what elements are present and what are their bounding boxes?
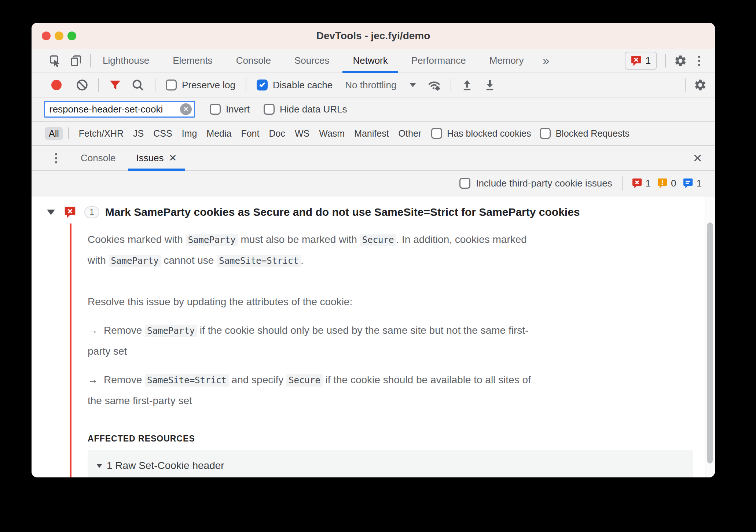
filter-row: ✕ Invert Hide data URLs	[32, 97, 715, 122]
settings-gear-icon[interactable]	[674, 54, 687, 67]
include-third-party-checkbox[interactable]	[459, 178, 470, 189]
checkmark-icon	[259, 81, 265, 87]
devtools-window: DevTools - jec.fyi/demo Lighthouse Eleme…	[32, 23, 715, 477]
issue-header-row[interactable]: 1 Mark SameParty cookies as Secure and d…	[32, 196, 715, 218]
search-icon[interactable]	[131, 78, 144, 92]
type-filter-all[interactable]: All	[45, 127, 63, 140]
import-har-icon[interactable]	[461, 79, 473, 91]
network-filter-input[interactable]	[44, 101, 195, 118]
affected-resources-heading: AFFECTED RESOURCES	[88, 434, 693, 444]
type-filter-js[interactable]: JS	[128, 128, 148, 139]
disable-cache-label[interactable]: Disable cache	[273, 80, 333, 91]
record-button[interactable]	[51, 80, 62, 90]
type-filter-fetch-xhr[interactable]: Fetch/XHR	[74, 128, 128, 139]
traffic-lights	[42, 23, 76, 49]
toolbar-separator	[68, 128, 69, 139]
tab-network[interactable]: Network	[341, 49, 399, 73]
toolbar-separator	[665, 54, 666, 67]
type-filter-img[interactable]: Img	[177, 128, 202, 139]
blocked-requests-checkbox[interactable]	[540, 128, 551, 139]
drawer-menu-icon[interactable]	[55, 157, 57, 159]
type-filter-css[interactable]: CSS	[148, 128, 177, 139]
hide-data-urls-label[interactable]: Hide data URLs	[280, 104, 347, 115]
include-third-party-label[interactable]: Include third-party cookie issues	[476, 178, 612, 189]
issue-count-pill: 1	[84, 206, 99, 218]
issue-title: Mark SameParty cookies as Secure and do …	[105, 206, 580, 218]
network-settings-gear-icon[interactable]	[694, 78, 707, 92]
toolbar-separator	[98, 78, 99, 92]
blocked-requests-label[interactable]: Blocked Requests	[555, 128, 630, 139]
error-bubble-icon	[632, 178, 642, 189]
error-count: 1	[646, 178, 651, 189]
type-filter-other[interactable]: Other	[394, 128, 426, 139]
screenshot-stage: DevTools - jec.fyi/demo Lighthouse Eleme…	[0, 0, 756, 532]
disable-cache-checkbox[interactable]	[257, 80, 268, 90]
type-filter-doc[interactable]: Doc	[264, 128, 290, 139]
affected-resources-group-row[interactable]: 1 Raw Set-Cookie header	[96, 460, 682, 472]
device-toolbar-icon[interactable]	[69, 54, 83, 68]
issue-description: Cookies marked with SameParty must also …	[88, 229, 542, 271]
throttling-select[interactable]: No throttling	[345, 80, 396, 91]
toolbar-separator	[622, 176, 623, 191]
tab-lighthouse[interactable]: Lighthouse	[91, 49, 161, 73]
main-tab-bar: Lighthouse Elements Console Sources Netw…	[32, 49, 715, 73]
issue-body: Cookies marked with SameParty must also …	[70, 223, 715, 477]
arrow-icon: →	[88, 374, 98, 385]
filter-box: ✕	[44, 101, 195, 118]
tab-console[interactable]: Console	[224, 49, 283, 73]
type-filter-wasm[interactable]: Wasm	[314, 128, 349, 139]
tab-memory[interactable]: Memory	[478, 49, 536, 73]
drawer-tab-console[interactable]: Console	[70, 146, 126, 170]
more-tabs-chevron-icon[interactable]: »	[543, 54, 550, 67]
arrow-icon: →	[88, 325, 98, 336]
tab-sources[interactable]: Sources	[283, 49, 341, 73]
toolbar-separator	[155, 78, 155, 92]
close-window-button[interactable]	[42, 32, 51, 40]
network-conditions-icon[interactable]	[427, 78, 441, 92]
clear-filter-icon[interactable]: ✕	[180, 103, 192, 115]
tab-performance[interactable]: Performance	[400, 49, 478, 73]
issue-resolution-item: →Remove SameSite=Strict and specify Secu…	[88, 370, 546, 411]
error-bubble-icon	[631, 55, 641, 66]
inspect-icon[interactable]	[48, 54, 62, 68]
filter-funnel-icon[interactable]	[109, 78, 122, 92]
drawer-tab-bar: Console Issues ✕ ✕	[32, 146, 715, 171]
affected-resources-box: 1 Raw Set-Cookie header Foo2=bar2;SamePa…	[88, 450, 693, 477]
clear-icon[interactable]	[76, 78, 89, 92]
export-har-icon[interactable]	[484, 79, 496, 91]
has-blocked-cookies-checkbox[interactable]	[431, 128, 442, 139]
drawer-tab-issues[interactable]: Issues ✕	[126, 146, 187, 170]
zoom-window-button[interactable]	[67, 32, 76, 40]
collapse-triangle-icon[interactable]	[96, 464, 102, 468]
minimize-window-button[interactable]	[55, 32, 63, 40]
type-filter-manifest[interactable]: Manifest	[349, 128, 393, 139]
message-bubble-icon	[683, 178, 693, 189]
more-options-icon[interactable]	[698, 60, 700, 62]
has-blocked-cookies-label[interactable]: Has blocked cookies	[447, 128, 531, 139]
preserve-log-checkbox[interactable]	[166, 80, 177, 90]
hide-data-urls-checkbox[interactable]	[264, 104, 275, 115]
type-filter-ws[interactable]: WS	[290, 128, 314, 139]
toolbar-separator	[246, 78, 246, 92]
type-filter-media[interactable]: Media	[202, 128, 236, 139]
preserve-log-label[interactable]: Preserve log	[182, 80, 235, 91]
invert-checkbox[interactable]	[210, 104, 221, 115]
network-toolbar: Preserve log Disable cache No throttling	[32, 73, 715, 97]
chevron-down-icon[interactable]	[410, 83, 416, 87]
error-bubble-icon	[65, 206, 76, 218]
scrollbar-track[interactable]	[705, 196, 715, 477]
toolbar-separator	[685, 78, 686, 92]
invert-label[interactable]: Invert	[226, 104, 250, 115]
scrollbar-thumb[interactable]	[707, 222, 713, 463]
error-count-group: 1	[632, 178, 651, 189]
close-issues-tab-icon[interactable]: ✕	[169, 152, 177, 164]
window-title: DevTools - jec.fyi/demo	[316, 30, 430, 42]
collapse-triangle-icon[interactable]	[47, 210, 55, 215]
type-filter-font[interactable]: Font	[236, 128, 264, 139]
tabbar-right-group: 1	[625, 52, 715, 70]
toolbar-separator	[451, 78, 451, 92]
issues-count: 1	[646, 55, 651, 66]
tab-elements[interactable]: Elements	[161, 49, 224, 73]
close-drawer-icon[interactable]: ✕	[693, 151, 702, 165]
open-issues-button[interactable]: 1	[625, 52, 657, 70]
